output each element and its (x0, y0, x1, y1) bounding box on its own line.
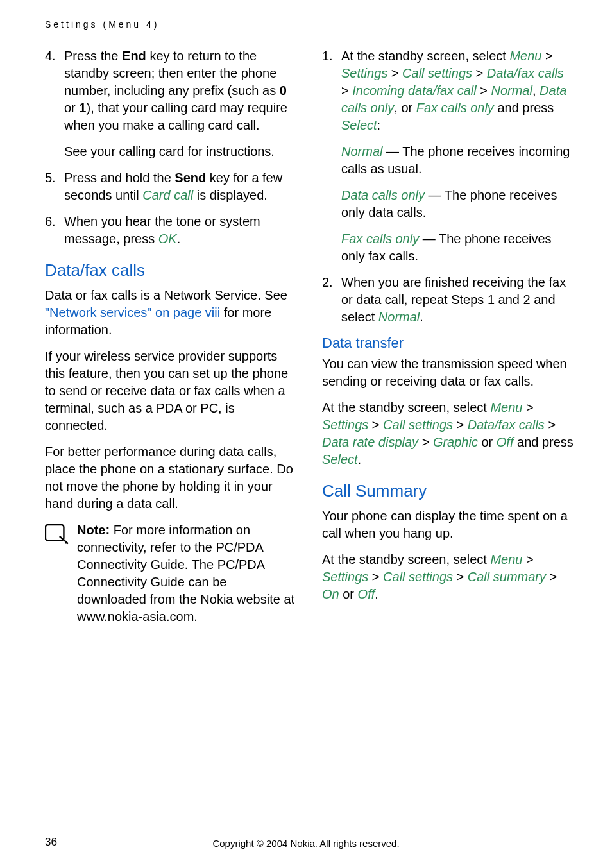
step-number: 2. (322, 274, 341, 326)
data-desc: Data calls only — The phone receives onl… (341, 187, 574, 221)
step-number: 4. (45, 47, 64, 134)
normal-desc: Normal — The phone receives incoming cal… (341, 143, 574, 178)
step-number: 6. (45, 213, 64, 248)
datafaxcalls-label: Data/fax calls (487, 66, 564, 80)
step-body: When you hear the tone or system message… (64, 213, 296, 248)
datarate-label: Data rate display (322, 435, 418, 449)
callsettings-label: Call settings (383, 570, 453, 584)
select-label: Select (322, 452, 358, 466)
step-4: 4. Press the End key to return to the st… (45, 47, 296, 134)
menu-label: Menu (490, 400, 522, 414)
sep: > (387, 66, 402, 80)
one-key: 1 (79, 101, 86, 115)
note-text: Note: For more information on connectivi… (77, 522, 296, 625)
text: is displayed. (193, 188, 268, 202)
right-column: 1. At the standby screen, select Menu > … (322, 47, 574, 625)
sep: > (541, 49, 552, 63)
sep: > (368, 570, 383, 584)
card-call-label: Card call (142, 188, 193, 202)
on-label: On (322, 587, 339, 601)
settings-label: Settings (322, 418, 368, 432)
sep: > (522, 400, 533, 414)
sep: > (341, 83, 352, 98)
step-body: Press the End key to return to the stand… (64, 47, 296, 134)
sep: > (546, 570, 557, 584)
text: Data or fax calls is a Network Service. … (45, 288, 287, 302)
normal-label: Normal (378, 310, 420, 324)
text: , or (394, 101, 416, 115)
note-icon (45, 524, 69, 546)
menu-label: Menu (490, 552, 522, 566)
step-number: 5. (45, 169, 64, 204)
text: and press (513, 435, 573, 449)
text: . (177, 232, 181, 246)
text: or (478, 435, 497, 449)
text: When you are finished receiving the fax … (341, 275, 566, 324)
note-label: Note: (77, 523, 110, 537)
step-6: 6. When you hear the tone or system mess… (45, 213, 296, 248)
copyright-footer: Copyright © 2004 Nokia. All rights reser… (0, 838, 612, 849)
two-column-layout: 4. Press the End key to return to the st… (45, 47, 574, 625)
callsummary-para-2: At the standby screen, select Menu > Set… (322, 551, 574, 603)
datafax-heading: Data/fax calls (45, 260, 296, 280)
normal-label: Normal (341, 144, 382, 158)
network-services-link[interactable]: "Network services" on page viii (45, 305, 220, 319)
sep: > (477, 83, 491, 98)
datafax-label: Data/fax calls (468, 418, 545, 432)
off-label: Off (497, 435, 514, 449)
left-column: 4. Press the End key to return to the st… (45, 47, 296, 625)
off-label: Off (358, 587, 375, 601)
step-body: Press and hold the Send key for a few se… (64, 169, 296, 204)
see-calling-card: See your calling card for instructions. (64, 143, 296, 160)
text: ), that your calling card may require wh… (64, 101, 287, 132)
datatransfer-para-1: You can view the transmission speed when… (322, 355, 574, 390)
ok-label: OK (158, 232, 177, 246)
step-2: 2. When you are finished receiving the f… (322, 274, 574, 326)
text: At the standby screen, select (322, 400, 490, 414)
text: Press the (64, 49, 122, 63)
faxonly-label: Fax calls only (416, 101, 494, 115)
text: or (64, 101, 79, 115)
datatransfer-heading: Data transfer (322, 335, 574, 352)
step-5: 5. Press and hold the Send key for a few… (45, 169, 296, 204)
text: . (420, 310, 423, 324)
sep: > (453, 418, 468, 432)
step-body: When you are finished receiving the fax … (341, 274, 574, 326)
text: At the standby screen, select (322, 552, 490, 566)
dataonly-label: Data calls only (341, 188, 425, 202)
datatransfer-para-2: At the standby screen, select Menu > Set… (322, 399, 574, 468)
sep: > (522, 552, 533, 566)
fax-desc: Fax calls only — The phone receives only… (341, 230, 574, 265)
settings-label: Settings (322, 570, 368, 584)
datafax-para-1: Data or fax calls is a Network Service. … (45, 287, 296, 339)
sep: > (472, 66, 487, 80)
text: : (377, 118, 381, 132)
send-key: Send (174, 171, 206, 185)
text: . (358, 452, 362, 466)
note-block: Note: For more information on connectivi… (45, 522, 296, 625)
incoming-label: Incoming data/fax call (352, 83, 476, 98)
datafax-para-3: For better performance during data calls… (45, 443, 296, 513)
step-body: At the standby screen, select Menu > Set… (341, 47, 574, 134)
page-header: Settings (Menu 4) (45, 19, 574, 30)
callsummary-para-1: Your phone can display the time spent on… (322, 507, 574, 542)
datafax-para-2: If your wireless service provider suppor… (45, 348, 296, 434)
step-1: 1. At the standby screen, select Menu > … (322, 47, 574, 134)
text: or (339, 587, 358, 601)
sep: > (418, 435, 433, 449)
graphic-label: Graphic (433, 435, 478, 449)
sep: > (545, 418, 556, 432)
callsettings-label: Call settings (402, 66, 472, 80)
menu-label: Menu (509, 49, 541, 63)
callsettings-label: Call settings (383, 418, 453, 432)
sep: > (368, 418, 383, 432)
text: and press (494, 101, 554, 115)
step-number: 1. (322, 47, 341, 134)
callsummary-heading: Call Summary (322, 481, 574, 501)
zero-key: 0 (280, 83, 287, 98)
text: Press and hold the (64, 171, 174, 185)
text: . (375, 587, 378, 601)
normal-label: Normal (491, 83, 532, 98)
sep: > (453, 570, 468, 584)
text: At the standby screen, select (341, 49, 509, 63)
